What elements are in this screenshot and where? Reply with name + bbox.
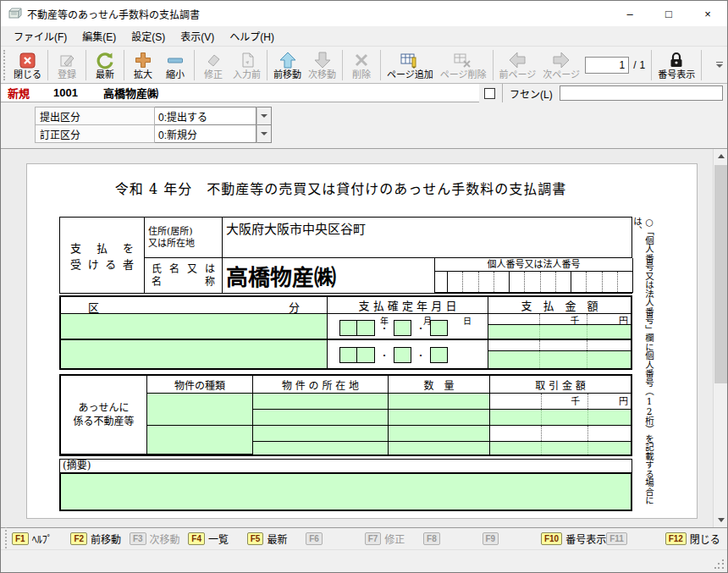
property-type-header: 物件の種類 (147, 376, 253, 394)
fkey-f12[interactable]: F12閉じる (665, 532, 724, 546)
close-button[interactable]: × (688, 1, 727, 26)
app-icon (8, 7, 22, 21)
amount-divider (539, 351, 540, 368)
minimize-button[interactable]: – (610, 1, 649, 26)
vertical-scrollbar[interactable] (713, 149, 727, 527)
amount-input-cell[interactable] (488, 350, 631, 368)
year-input-box[interactable] (339, 347, 357, 363)
form-title: 令和 4 年分 不動産等の売買又は貸付けのあっせん手数料の支払調書 (27, 178, 654, 198)
menu-view[interactable]: 表示(V) (173, 26, 222, 46)
day-input-box[interactable] (430, 347, 448, 363)
toolbar-separator (47, 50, 48, 80)
number-display-button[interactable]: 番号表示 (654, 48, 698, 82)
amount-input-cell[interactable] (488, 324, 631, 339)
amount-divider (541, 394, 542, 409)
property-location-input-cell[interactable] (253, 442, 389, 455)
number-digit-cell[interactable] (571, 272, 587, 292)
page-add-button[interactable]: ページ追加 (383, 48, 437, 82)
month-input-box[interactable] (394, 320, 411, 336)
toolbar-grip[interactable] (3, 50, 8, 80)
delete-x-icon (352, 50, 371, 69)
transaction-amount-input-cell[interactable] (490, 410, 631, 426)
number-digit-cell[interactable] (448, 272, 463, 292)
property-location-input-cell[interactable] (253, 410, 389, 426)
fkey-f1[interactable]: F1ﾍﾙﾌﾟ (12, 532, 70, 546)
kubun-input-cell[interactable] (61, 340, 328, 368)
property-quantity-input-cell[interactable] (389, 442, 490, 455)
filter-panel: 提出区分 0:提出する 訂正区分 0:新規分 (1, 102, 727, 148)
summary-section: (摘要) (59, 459, 632, 511)
transaction-amount-unit-strip (490, 426, 631, 442)
page-number-input[interactable] (585, 57, 629, 74)
toolbar-separator (194, 50, 195, 80)
property-quantity-input-cell[interactable] (389, 410, 490, 426)
correction-kubun-row: 訂正区分 0:新規分 (35, 124, 727, 143)
amount-divider (587, 314, 587, 324)
number-digit-cell[interactable] (435, 272, 448, 292)
toolbar-separator (493, 50, 494, 80)
fusen-checkbox[interactable] (484, 88, 495, 99)
record-bar: 新規 1001 高橋物産㈱ フセン(L) (1, 84, 727, 102)
chevron-down-icon (261, 132, 267, 135)
summary-input-area[interactable] (59, 472, 632, 511)
menu-file[interactable]: ファイル(F) (6, 26, 74, 46)
submit-kubun-dropdown-button[interactable] (256, 107, 272, 125)
menu-help[interactable]: ヘルプ(H) (222, 26, 282, 46)
year-input-box[interactable] (339, 320, 357, 336)
property-type-input-cell[interactable] (147, 426, 253, 455)
toolbar-separator (701, 50, 702, 80)
name-label: 氏名又は 名称 (145, 258, 223, 293)
fkey-f2[interactable]: F2前移動 (70, 532, 129, 546)
maximize-button[interactable]: □ (649, 1, 688, 26)
fusen-input[interactable] (560, 85, 723, 101)
zoom-in-button[interactable]: 拡大 (127, 48, 159, 82)
number-digit-cell[interactable] (618, 272, 632, 292)
arrow-left-icon (508, 50, 527, 69)
zoom-out-button[interactable]: 縮小 (159, 48, 191, 82)
property-location-input-cell[interactable] (253, 394, 389, 410)
submit-kubun-select[interactable]: 0:提出する (155, 107, 256, 125)
number-digit-cell[interactable] (603, 272, 618, 292)
payment-date-header: 支 払 確 定 年 月 日 (328, 297, 488, 314)
property-quantity-input-cell[interactable] (389, 426, 490, 442)
year-input-box[interactable] (357, 347, 375, 363)
month-input-box[interactable] (394, 347, 411, 363)
amount-divider (541, 426, 542, 441)
menu-settings[interactable]: 設定(S) (124, 26, 173, 46)
close-form-button[interactable]: 閉じる (10, 48, 45, 82)
property-location-input-cell[interactable] (253, 426, 389, 442)
overflow-bar-icon (716, 62, 723, 63)
refresh-button[interactable]: 最新 (89, 48, 121, 82)
amount-divider (587, 442, 588, 455)
scroll-down-button[interactable] (714, 513, 727, 527)
scrollbar-thumb[interactable] (714, 165, 727, 383)
toolbar-overflow-button[interactable] (714, 50, 725, 80)
number-digit-cell[interactable] (463, 272, 478, 292)
kubun-input-cell[interactable] (61, 314, 328, 340)
number-digit-cell[interactable] (587, 272, 602, 292)
menu-edit[interactable]: 編集(E) (74, 26, 124, 46)
move-prev-button[interactable]: 前移動 (270, 48, 305, 82)
resize-grip[interactable] (714, 559, 725, 570)
amount-divider (541, 410, 542, 425)
fkey-f5[interactable]: F5最新 (247, 532, 306, 546)
day-input-box[interactable] (430, 320, 448, 336)
property-type-input-cell[interactable] (147, 394, 253, 426)
fkey-f4[interactable]: F4一覧 (188, 532, 246, 546)
year-input-box[interactable] (357, 320, 375, 336)
fkey-f10[interactable]: F10番号表示 (541, 532, 606, 546)
page-delete-icon (453, 50, 473, 69)
property-quantity-input-cell[interactable] (389, 394, 490, 410)
number-digit-cell[interactable] (525, 272, 540, 292)
number-digit-cell[interactable] (541, 272, 556, 292)
toolbar-separator (651, 50, 652, 80)
scroll-up-button[interactable] (714, 149, 727, 163)
address-value-field[interactable]: 大阪府大阪市中央区谷町 (223, 218, 631, 258)
number-digit-cell[interactable] (510, 272, 525, 292)
number-digit-cell[interactable] (479, 272, 494, 292)
transaction-amount-input-cell[interactable] (490, 442, 631, 455)
correction-kubun-select[interactable]: 0:新規分 (155, 124, 256, 143)
number-digit-cell[interactable] (556, 272, 571, 292)
number-digit-cell[interactable] (494, 272, 510, 292)
correction-kubun-dropdown-button[interactable] (256, 124, 272, 143)
